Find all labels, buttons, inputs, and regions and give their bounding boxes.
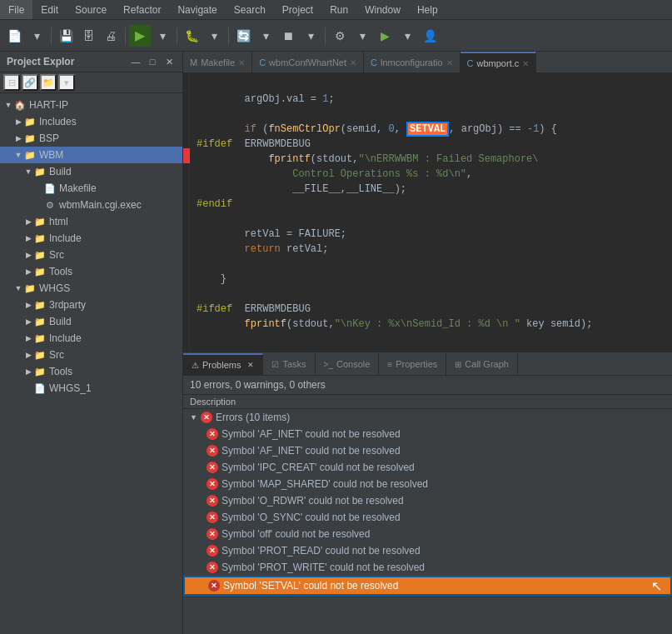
tree-item-tools-wbm[interactable]: ▶ 📁 Tools <box>0 263 182 280</box>
debug-btn[interactable]: 🐛 <box>181 25 202 47</box>
tree-item-whgs1[interactable]: ▶ 📄 WHGS_1 <box>0 380 182 397</box>
tree-item-src-wbm[interactable]: ▶ 📁 Src <box>0 247 182 263</box>
error-item-1[interactable]: ✕ Symbol 'AF_INET' could not be resolved <box>183 442 672 459</box>
refresh-dropdown[interactable]: ▾ <box>255 25 276 47</box>
tab-wbmport[interactable]: C wbmport.c ✕ <box>460 52 537 73</box>
sidebar-tree: ▼ 🏠 HART-IP ▶ 📁 Includes ▶ 📁 BSP ▼ 📁 WBM <box>0 93 182 634</box>
editor-code-area[interactable]: argObj.val = 1; if (fnSemCtrlOpr(semid, … <box>183 73 672 351</box>
error-group-header[interactable]: ▼ ✕ Errors (10 items) <box>183 409 672 426</box>
main-container: Project Explor — □ ✕ ⊟ 🔗 📁 ▾ ▼ 🏠 HART-IP… <box>0 52 672 634</box>
tab-lnmconfig[interactable]: C lnmconfiguratio ✕ <box>364 52 460 73</box>
menu-edit[interactable]: Edit <box>32 0 67 19</box>
menu-navigate[interactable]: Navigate <box>169 0 225 19</box>
tree-item-include-wbm[interactable]: ▶ 📁 Include <box>0 230 182 247</box>
print-btn[interactable]: 🖨 <box>100 25 122 47</box>
menu-refactor[interactable]: Refactor <box>115 0 169 19</box>
tree-item-hart-ip[interactable]: ▼ 🏠 HART-IP <box>0 97 182 113</box>
save-all-btn[interactable]: 🗄 <box>77 25 99 47</box>
error-item-5[interactable]: ✕ Symbol 'O_SYNC' could not be resolved <box>183 509 672 526</box>
tree-item-includes[interactable]: ▶ 📁 Includes <box>0 113 182 130</box>
tab-close-makefile[interactable]: ✕ <box>238 58 245 67</box>
run-dropdown[interactable]: ▾ <box>396 25 418 47</box>
tree-item-src-whgs[interactable]: ▶ 📁 Src <box>0 347 182 363</box>
tab-wbmconf[interactable]: C wbmConfWhartNet ✕ <box>252 52 364 73</box>
build-btn[interactable]: ▶ <box>129 25 151 47</box>
dropdown-view-btn[interactable]: ▾ <box>58 74 75 91</box>
panel-tab-properties[interactable]: ≡ Properties <box>379 353 446 375</box>
panel-tab-tasks[interactable]: ☑ Tasks <box>263 353 315 375</box>
panel-tab-problems-label: Problems <box>202 360 241 370</box>
stop-dropdown[interactable]: ▾ <box>300 25 321 47</box>
code-line-14: } <box>197 272 665 287</box>
tab-icon-wbmport: C <box>467 58 474 68</box>
sep2 <box>125 27 126 44</box>
error-item-8[interactable]: ✕ Symbol 'PROT_WRITE' could not be resol… <box>183 559 672 576</box>
tree-item-3rdparty[interactable]: ▶ 📁 3rdparty <box>0 297 182 313</box>
error-item-6[interactable]: ✕ Symbol 'off' could not be resolved <box>183 526 672 542</box>
menu-project[interactable]: Project <box>274 0 321 19</box>
editor-area: M Makefile ✕ C wbmConfWhartNet ✕ C lnmco… <box>183 52 672 634</box>
error-item-2[interactable]: ✕ Symbol 'IPC_CREAT' could not be resolv… <box>183 459 672 476</box>
error-icon-1: ✕ <box>207 445 218 457</box>
editor-code[interactable]: argObj.val = 1; if (fnSemCtrlOpr(semid, … <box>190 73 672 351</box>
menu-file[interactable]: File <box>0 0 32 19</box>
tab-close-wbmconf[interactable]: ✕ <box>350 58 356 67</box>
menu-run[interactable]: Run <box>321 0 356 19</box>
error-item-0[interactable]: ✕ Symbol 'AF_INET' could not be resolved <box>183 426 672 442</box>
stop-btn[interactable]: ⏹ <box>277 25 299 47</box>
error-item-7[interactable]: ✕ Symbol 'PROT_READ' could not be resolv… <box>183 542 672 559</box>
profile-btn[interactable]: 👤 <box>419 25 441 47</box>
label-includes: Includes <box>39 116 77 127</box>
new-folder-btn[interactable]: 📁 <box>40 74 57 91</box>
panel-tab-problems-close[interactable]: ✕ <box>247 361 254 369</box>
label-makefile: Makefile <box>59 182 97 194</box>
maximize-icon[interactable]: □ <box>146 55 159 68</box>
minimize-icon[interactable]: — <box>129 55 142 68</box>
panel-tab-console[interactable]: >_ Console <box>316 353 380 375</box>
label-tools-whgs: Tools <box>49 366 72 377</box>
menu-source[interactable]: Source <box>67 0 115 19</box>
label-src-whgs: Src <box>49 349 64 361</box>
sep5 <box>325 27 326 44</box>
tree-item-html[interactable]: ▶ 📁 html <box>0 213 182 230</box>
error-item-9[interactable]: ✕ Symbol 'SETVAL' could not be resolved … <box>183 576 672 596</box>
tab-close-lnmconfig[interactable]: ✕ <box>446 58 453 67</box>
close-icon[interactable]: ✕ <box>162 55 176 68</box>
build-dropdown[interactable]: ▾ <box>152 25 173 47</box>
error-item-4[interactable]: ✕ Symbol 'O_RDWR' could not be resolved <box>183 492 672 509</box>
error-item-3[interactable]: ✕ Symbol 'MAP_SHARED' could not be resol… <box>183 476 672 492</box>
settings-dropdown[interactable]: ▾ <box>351 25 373 47</box>
debug-dropdown[interactable]: ▾ <box>203 25 225 47</box>
tree-item-whgs[interactable]: ▼ 📁 WHGS <box>0 280 182 297</box>
dropdown-btn[interactable]: ▾ <box>26 25 47 47</box>
tree-item-makefile[interactable]: ▶ 📄 Makefile <box>0 180 182 197</box>
tree-item-include-whgs[interactable]: ▶ 📁 Include <box>0 330 182 347</box>
menu-search[interactable]: Search <box>226 0 274 19</box>
menu-help[interactable]: Help <box>409 0 446 19</box>
src-whgs-icon: 📁 <box>33 348 47 362</box>
problems-tab-icon: ⚠ <box>192 361 199 370</box>
tree-item-bsp[interactable]: ▶ 📁 BSP <box>0 130 182 147</box>
tree-item-wbm[interactable]: ▼ 📁 WBM <box>0 147 182 163</box>
tree-item-build-whgs[interactable]: ▶ 📁 Build <box>0 313 182 330</box>
refresh-btn[interactable]: 🔄 <box>232 25 254 47</box>
error-text-8: Symbol 'PROT_WRITE' could not be resolve… <box>222 562 425 573</box>
link-editor-btn[interactable]: 🔗 <box>22 74 38 91</box>
tree-item-build[interactable]: ▼ 📁 Build <box>0 163 182 180</box>
save-btn[interactable]: 💾 <box>55 25 77 47</box>
arrow-tools-wbm: ▶ <box>23 267 33 277</box>
menu-window[interactable]: Window <box>356 0 409 19</box>
error-icon-0: ✕ <box>207 428 218 440</box>
settings-btn[interactable]: ⚙ <box>329 25 351 47</box>
run-btn[interactable]: ▶ <box>374 25 396 47</box>
tree-item-tools-whgs[interactable]: ▶ 📁 Tools <box>0 363 182 380</box>
collapse-all-btn[interactable]: ⊟ <box>3 74 20 91</box>
tasks-tab-icon: ☑ <box>271 360 279 369</box>
panel-tab-problems[interactable]: ⚠ Problems ✕ <box>183 353 263 375</box>
new-btn[interactable]: 📄 <box>3 25 25 47</box>
tab-makefile[interactable]: M Makefile ✕ <box>183 52 252 73</box>
tree-item-wbmmain[interactable]: ▶ ⚙ wbmMain.cgi.exec <box>0 197 182 213</box>
panel-tab-callgraph[interactable]: ⊞ Call Graph <box>446 353 518 375</box>
toolbar-group-3: ▶ ▾ <box>129 25 173 47</box>
tab-close-wbmport[interactable]: ✕ <box>522 59 529 68</box>
